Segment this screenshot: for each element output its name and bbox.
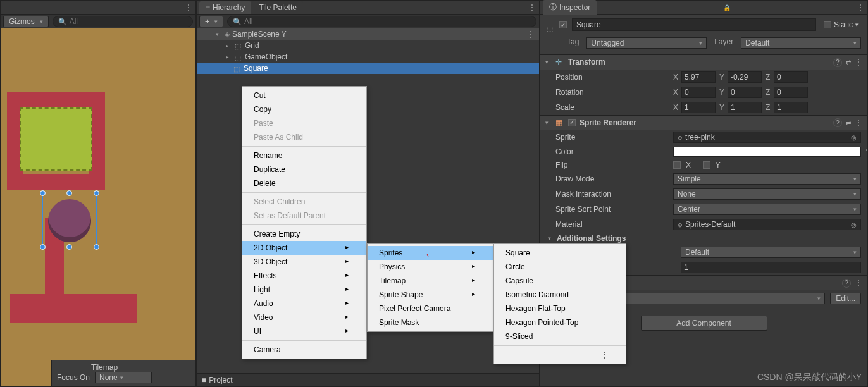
add-component-button[interactable]: Add Component — [641, 316, 767, 331]
component-enabled-checkbox[interactable] — [568, 119, 576, 126]
scene-menu-icon[interactable]: ⋮ — [527, 30, 535, 39]
ctx-light[interactable]: Light — [242, 283, 366, 297]
scene-row[interactable]: ▾ SampleScene Y ⋮ — [197, 28, 539, 40]
scene-bottom-bar: Tilemap Focus On None — [51, 360, 195, 386]
ctx-ui[interactable]: UI — [242, 324, 366, 338]
pos-y-input[interactable]: -0.29 — [728, 71, 762, 83]
ctx-tilemap[interactable]: Tilemap — [368, 274, 493, 288]
ctx-delete[interactable]: Delete — [242, 176, 366, 190]
gizmos-dropdown[interactable]: Gizmos — [3, 16, 49, 27]
color-field[interactable] — [673, 147, 861, 157]
component-menu-icon[interactable] — [855, 278, 862, 287]
additional-settings-header[interactable]: ▾Additional Settings — [540, 232, 867, 245]
help-icon[interactable] — [833, 58, 842, 67]
ctx-square[interactable]: Square — [494, 246, 626, 260]
sortpoint-dropdown[interactable]: Center — [673, 204, 861, 215]
ctx-sprite-shape[interactable]: Sprite Shape — [368, 288, 493, 302]
rot-x-input[interactable]: 0 — [681, 87, 716, 98]
sprite-renderer-header[interactable]: ▾Sprite Renderer — [540, 115, 867, 130]
help-icon[interactable] — [842, 278, 851, 288]
static-label: Static — [834, 20, 853, 29]
gameobject-icon — [233, 64, 241, 72]
lock-icon[interactable] — [723, 3, 731, 12]
tree-item-gameobject[interactable]: ▸GameObject — [197, 51, 539, 63]
scale-y-input[interactable]: 1 — [728, 102, 762, 113]
context-menu[interactable]: Cut Copy Paste Paste As Child Rename Dup… — [242, 86, 367, 359]
scene-search[interactable]: 🔍 All — [53, 16, 193, 27]
ctx-physics[interactable]: Physics — [368, 260, 493, 274]
ctx-3d-object[interactable]: 3D Object — [242, 255, 366, 269]
tab-tile-palette[interactable]: Tile Palette — [252, 1, 303, 14]
help-icon[interactable] — [833, 118, 842, 128]
drawmode-dropdown[interactable]: Simple — [673, 173, 861, 185]
flip-x-checkbox[interactable] — [673, 161, 681, 169]
position-label: Position — [555, 73, 669, 82]
mask-dropdown[interactable]: None — [673, 188, 861, 200]
project-tab[interactable]: ■ Project — [197, 373, 539, 386]
ctx-capsule[interactable]: Capsule — [494, 274, 626, 288]
ctx-rename[interactable]: Rename — [242, 149, 366, 163]
panel-menu-icon[interactable]: ⋮ — [185, 3, 193, 12]
transform-header[interactable]: ▾Transform — [540, 54, 867, 70]
preset-icon[interactable] — [846, 58, 851, 66]
tab-hierarchy[interactable]: ≡ Hierarchy — [199, 1, 251, 14]
create-dropdown[interactable]: + — [199, 16, 223, 27]
ctx-effects[interactable]: Effects — [242, 269, 366, 283]
panel-menu-icon[interactable]: ⋮ — [528, 3, 536, 12]
scene-panel: ⋮ Gizmos 🔍 All Tilemap Focus On None — [0, 0, 196, 387]
tree-item-square[interactable]: Square — [197, 63, 539, 74]
scale-label: Scale — [555, 103, 669, 112]
transform-icon — [555, 58, 564, 66]
component-menu-icon[interactable] — [855, 58, 862, 66]
hierarchy-search[interactable]: 🔍 All — [227, 16, 536, 27]
panel-menu-icon[interactable]: ⋮ — [857, 3, 865, 12]
order-input[interactable]: 1 — [681, 262, 861, 273]
ctx-9-sliced[interactable]: 9-Sliced — [494, 329, 626, 343]
active-checkbox[interactable] — [559, 21, 567, 28]
ctx-copy[interactable]: Copy — [242, 102, 366, 116]
material-field[interactable]: Sprites-Default — [673, 219, 861, 230]
ctx-camera[interactable]: Camera — [242, 343, 366, 357]
focus-dropdown[interactable]: None — [95, 372, 152, 383]
context-submenu-sprites[interactable]: Square Circle Capsule Isometric Diamond … — [493, 243, 626, 364]
color-label: Color — [555, 147, 669, 156]
selection-gizmo[interactable] — [42, 193, 97, 247]
pos-x-input[interactable]: 5.97 — [681, 71, 716, 83]
layer-label: Layer — [714, 37, 733, 49]
sorting-layer-dropdown[interactable]: Default — [681, 247, 861, 258]
scale-z-input[interactable]: 1 — [774, 102, 808, 113]
ctx-circle[interactable]: Circle — [494, 260, 626, 274]
ctx-pixel-perfect-camera[interactable]: Pixel Perfect Camera — [368, 302, 493, 316]
edit-button[interactable]: Edit... — [830, 293, 861, 304]
tree-item-grid[interactable]: ▸Grid — [197, 40, 539, 51]
unity-icon — [225, 30, 230, 39]
pos-z-input[interactable]: 0 — [774, 71, 808, 83]
static-checkbox[interactable] — [824, 21, 831, 28]
ctx-cut[interactable]: Cut — [242, 89, 366, 102]
ctx-hexagon-flat-top[interactable]: Hexagon Flat-Top — [494, 302, 626, 316]
ctx-more[interactable]: ⋮ — [494, 348, 626, 362]
object-name-input[interactable]: Square — [572, 18, 816, 31]
ctx-duplicate[interactable]: Duplicate — [242, 163, 366, 176]
scale-x-input[interactable]: 1 — [681, 102, 716, 113]
ctx-paste-child: Paste As Child — [242, 130, 366, 144]
preset-icon[interactable] — [846, 118, 851, 127]
ctx-isometric-diamond[interactable]: Isometric Diamond — [494, 288, 626, 302]
ctx-2d-object[interactable]: 2D Object — [242, 241, 366, 255]
gameobject-icon — [235, 42, 242, 49]
ctx-audio[interactable]: Audio — [242, 297, 366, 310]
layer-dropdown[interactable]: Default — [741, 37, 861, 49]
ctx-create-empty[interactable]: Create Empty — [242, 227, 366, 241]
component-menu-icon[interactable] — [855, 118, 862, 127]
rot-z-input[interactable]: 0 — [774, 87, 808, 98]
sprite-field[interactable]: tree-pink — [673, 132, 861, 143]
ctx-hexagon-pointed-top[interactable]: Hexagon Pointed-Top — [494, 316, 626, 329]
tilemap-label: Tilemap — [57, 363, 152, 372]
tab-inspector[interactable]: ⓘ Inspector — [543, 0, 597, 15]
ctx-sprite-mask[interactable]: Sprite Mask — [368, 316, 493, 329]
flip-y-checkbox[interactable] — [703, 161, 710, 169]
rot-y-input[interactable]: 0 — [728, 87, 762, 98]
ctx-video[interactable]: Video — [242, 310, 366, 324]
scene-view[interactable]: Tilemap Focus On None — [1, 28, 195, 386]
tag-dropdown[interactable]: Untagged — [586, 37, 707, 49]
